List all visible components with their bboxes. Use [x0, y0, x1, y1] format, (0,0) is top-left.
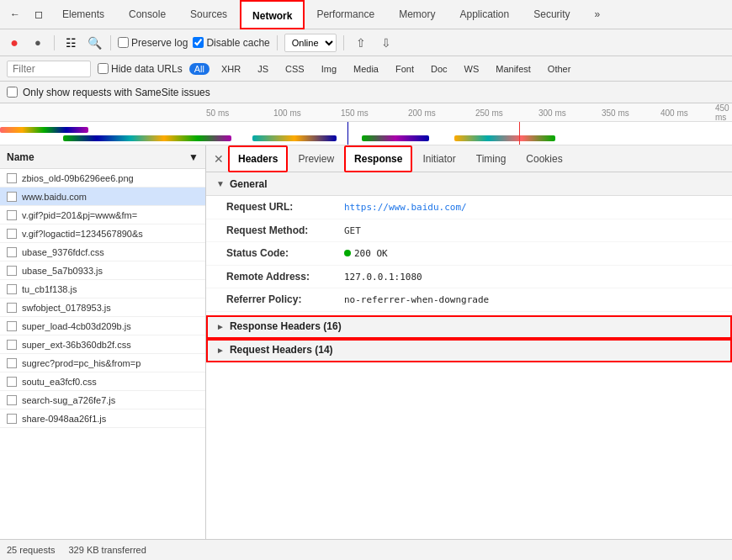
preserve-log-checkbox[interactable] [118, 37, 129, 48]
file-name: v.gif?pid=201&pj=www&fm= [22, 210, 137, 220]
filter-type-img[interactable]: Img [316, 63, 342, 75]
list-item[interactable]: soutu_ea3fcf0.css [0, 372, 205, 391]
tab-elements[interactable]: Elements [50, 0, 117, 29]
filter-type-media[interactable]: Media [348, 63, 384, 75]
list-item[interactable]: ubase_9376fdcf.css [0, 243, 205, 262]
timeline-marker [347, 122, 348, 145]
timeline-bars [0, 122, 732, 145]
record-button[interactable]: ● [5, 34, 24, 52]
tab-console[interactable]: Console [117, 0, 178, 29]
tick-350ms: 350 ms [602, 103, 629, 122]
referrer-policy-label: Referrer Policy: [226, 292, 344, 307]
request-method-row: Request Method: GET [206, 219, 732, 243]
file-name: super_load-4cb03d209b.js [22, 321, 131, 331]
list-item[interactable]: tu_cb1f138.js [0, 280, 205, 298]
list-item[interactable]: www.baidu.com [0, 188, 205, 206]
status-code-value: 200 OK [344, 247, 388, 262]
samesite-label: Only show requests with SameSite issues [23, 87, 210, 98]
list-item[interactable]: super_ext-36b360db2f.css [0, 335, 205, 354]
tab-network[interactable]: Network [240, 0, 305, 29]
list-item[interactable]: share-0948aa26f1.js [0, 409, 205, 428]
tab-response[interactable]: Response [344, 145, 412, 172]
file-list-sort[interactable]: ▼ [188, 151, 199, 163]
preserve-log-label[interactable]: Preserve log [118, 37, 188, 49]
list-item[interactable]: search-sug_a726fe7.js [0, 391, 205, 409]
list-item[interactable]: zbios_old-09b6296ee6.png [0, 169, 205, 188]
stop-button[interactable]: ● [29, 34, 47, 52]
export-button[interactable]: ⇩ [376, 34, 396, 52]
list-item[interactable]: v.gif?pid=201&pj=www&fm= [0, 206, 205, 225]
disable-cache-label[interactable]: Disable cache [193, 37, 269, 49]
tab-headers[interactable]: Headers [228, 145, 288, 172]
general-section-header[interactable]: ▼ General [206, 172, 732, 196]
filter-type-manifest[interactable]: Manifest [491, 63, 536, 75]
file-name: ubase_5a7b0933.js [22, 266, 103, 276]
filter-type-css[interactable]: CSS [280, 63, 310, 75]
tab-sources[interactable]: Sources [178, 0, 240, 29]
request-headers-label: Request Headers (14) [230, 344, 333, 356]
tab-cookies[interactable]: Cookies [516, 145, 572, 172]
filter-type-ws[interactable]: WS [459, 63, 485, 75]
file-list-header-label: Name [7, 151, 34, 163]
list-item[interactable]: super_load-4cb03d209b.js [0, 317, 205, 335]
filter-type-other[interactable]: Other [543, 63, 576, 75]
tab-security[interactable]: Security [522, 0, 582, 29]
tab-application[interactable]: Application [448, 0, 522, 29]
request-url-row: Request URL: https://www.baidu.com/ [206, 196, 732, 219]
samesite-checkbox[interactable] [7, 87, 18, 98]
tab-performance[interactable]: Performance [305, 0, 387, 29]
detail-tabs: ✕ Headers Preview Response Initiator Tim… [206, 145, 732, 172]
import-button[interactable]: ⇧ [351, 34, 371, 52]
file-name: search-sug_a726fe7.js [22, 395, 115, 405]
file-name: tu_cb1f138.js [22, 284, 77, 294]
timeline-header: 50 ms 100 ms 150 ms 200 ms 250 ms 300 ms… [0, 103, 732, 122]
filter-button[interactable]: ☷ [61, 34, 80, 52]
filter-input[interactable] [7, 61, 91, 77]
hide-data-urls-text: Hide data URLs [111, 63, 183, 75]
tick-200ms: 200 ms [408, 103, 436, 122]
request-method-label: Request Method: [226, 223, 344, 238]
filter-type-xhr[interactable]: XHR [216, 63, 246, 75]
list-item[interactable]: v.gif?logactid=1234567890&s [0, 225, 205, 243]
file-icon [7, 247, 17, 257]
list-item[interactable]: sugrec?prod=pc_his&from=p [0, 354, 205, 372]
throttle-select[interactable]: Online [284, 34, 337, 52]
tick-300ms: 300 ms [538, 103, 566, 122]
tab-memory[interactable]: Memory [387, 0, 448, 29]
request-headers-section[interactable]: ► Request Headers (14) [206, 339, 732, 362]
filter-type-font[interactable]: Font [390, 63, 419, 75]
forward-icon[interactable]: ◻ [27, 0, 50, 29]
filter-type-all[interactable]: All [189, 63, 210, 75]
request-url-value[interactable]: https://www.baidu.com/ [344, 201, 467, 215]
tab-more[interactable]: » [583, 0, 613, 29]
hide-data-urls-label[interactable]: Hide data URLs [98, 63, 183, 75]
toolbar: ● ● ☷ 🔍 Preserve log Disable cache Onlin… [0, 29, 732, 56]
filter-type-doc[interactable]: Doc [426, 63, 453, 75]
tab-initiator[interactable]: Initiator [412, 145, 465, 172]
filter-type-js[interactable]: JS [252, 63, 273, 75]
list-item[interactable]: ubase_5a7b0933.js [0, 262, 205, 280]
separator-1 [54, 35, 55, 50]
file-name: sugrec?prod=pc_his&from=p [22, 358, 141, 368]
close-detail-button[interactable]: ✕ [210, 150, 228, 168]
back-icon[interactable]: ← [3, 0, 27, 29]
transferred-size: 329 KB transferred [68, 545, 146, 555]
search-button[interactable]: 🔍 [85, 34, 103, 52]
disable-cache-checkbox[interactable] [193, 37, 204, 48]
timeline-bar-1 [0, 127, 88, 133]
file-icon [7, 340, 17, 350]
file-name: super_ext-36b360db2f.css [22, 340, 131, 350]
tab-preview[interactable]: Preview [288, 145, 344, 172]
list-item[interactable]: swfobject_0178953.js [0, 298, 205, 317]
hide-data-urls-checkbox[interactable] [98, 63, 109, 74]
tab-timing[interactable]: Timing [466, 145, 517, 172]
file-name: share-0948aa26f1.js [22, 414, 106, 424]
status-dot [344, 250, 351, 256]
response-headers-section[interactable]: ► Response Headers (16) [206, 315, 732, 339]
main-area: Name ▼ zbios_old-09b6296ee6.png www.baid… [0, 145, 732, 539]
tick-250ms: 250 ms [475, 103, 503, 122]
request-headers-toggle-icon: ► [216, 346, 225, 355]
remote-address-label: Remote Address: [226, 269, 344, 284]
file-icon [7, 173, 17, 183]
remote-address-value: 127.0.0.1:1080 [344, 271, 422, 285]
